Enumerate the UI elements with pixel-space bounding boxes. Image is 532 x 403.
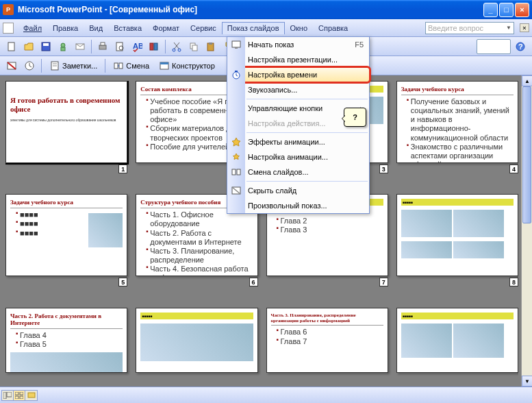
slide-number: 4 xyxy=(509,164,518,173)
window-buttons: _ □ × xyxy=(483,3,529,17)
slide-thumbnail[interactable]: Я готов работать в современном офисе эле… xyxy=(5,81,127,163)
scroll-down-button[interactable]: ▼ xyxy=(522,376,532,387)
slide-number: 5 xyxy=(118,278,127,286)
menu-start-show[interactable]: Начать показ F5 xyxy=(227,37,369,52)
slide-thumbnail[interactable]: ■■■■■ xyxy=(396,308,518,373)
document-icon[interactable] xyxy=(3,23,14,34)
slide-cell[interactable]: ■■■■■ 8 xyxy=(396,194,518,295)
svg-rect-0 xyxy=(8,42,14,51)
email-button[interactable] xyxy=(73,39,88,54)
permission-button[interactable] xyxy=(55,39,71,54)
save-button[interactable] xyxy=(38,39,53,54)
separator xyxy=(91,40,92,53)
vertical-scrollbar[interactable]: ▲ ▼ xyxy=(521,75,532,387)
menu-animation-schemes[interactable]: Эффекты анимации... xyxy=(227,134,369,149)
slide-thumbnail[interactable]: Часть 3. Планирование, распределение орг… xyxy=(266,308,388,373)
menu-rehearse-timings[interactable]: Настройка времени xyxy=(227,67,369,82)
hide-slide-icon xyxy=(231,185,242,196)
slide-cell[interactable]: Задачи учебного курса Получение базовых … xyxy=(396,81,518,182)
menu-edit[interactable]: Правка xyxy=(47,22,84,34)
slide-number: 6 xyxy=(249,278,258,286)
minimize-button[interactable]: _ xyxy=(483,3,498,17)
slide-cell[interactable]: Я готов работать в современном офисе эле… xyxy=(5,81,127,182)
svg-rect-45 xyxy=(28,393,35,398)
separator xyxy=(165,40,166,53)
slide-cell[interactable]: ■■■■■ xyxy=(136,308,257,381)
svg-rect-32 xyxy=(235,47,238,49)
shortcut-label: F5 xyxy=(355,40,364,49)
svg-rect-7 xyxy=(101,42,105,45)
menu-custom-animation[interactable]: Настройка анимации... xyxy=(227,149,369,164)
menu-help[interactable]: Справка xyxy=(313,22,353,34)
ask-placeholder: Введите вопрос xyxy=(428,24,483,32)
zoom-dropdown[interactable] xyxy=(477,39,511,54)
svg-rect-18 xyxy=(209,42,212,45)
svg-rect-42 xyxy=(20,392,23,395)
menu-separator xyxy=(246,132,368,133)
slide-thumbnail[interactable]: Задачи учебного курса ■■■■■■■■■■■■ xyxy=(5,194,127,276)
menu-insert[interactable]: Вставка xyxy=(108,22,147,34)
svg-rect-27 xyxy=(114,63,118,69)
svg-rect-30 xyxy=(160,62,168,64)
menu-tools[interactable]: Сервис xyxy=(185,22,222,34)
slide-cell[interactable]: ■■■■■ xyxy=(396,308,518,381)
maximize-button[interactable]: □ xyxy=(499,3,514,17)
slideshow-view-button[interactable] xyxy=(25,391,37,400)
slide-thumbnail[interactable]: ■■■■■ xyxy=(136,308,257,373)
slide-cell[interactable]: Задачи учебного курса ■■■■■■■■■■■■ 5 xyxy=(5,194,127,295)
menu-window[interactable]: Окно xyxy=(285,22,314,34)
menu-separator xyxy=(246,99,368,99)
help-callout[interactable]: ? xyxy=(344,108,366,127)
print-button[interactable] xyxy=(95,39,110,54)
app-icon: P xyxy=(3,4,14,15)
menu-hide-slide[interactable]: Скрыть слайд xyxy=(227,183,369,198)
research-button[interactable] xyxy=(147,39,162,54)
separator xyxy=(105,59,105,73)
separator xyxy=(41,59,42,73)
spelling-button[interactable]: ABC xyxy=(129,39,144,54)
menu-setup-show[interactable]: Настройка презентации... xyxy=(227,52,369,67)
sorter-view-button[interactable] xyxy=(14,391,25,400)
transition-button[interactable]: Смена xyxy=(110,58,153,73)
ask-question-input[interactable]: Введите вопрос ▼ xyxy=(425,22,514,34)
svg-rect-6 xyxy=(99,45,106,49)
hide-slide-button[interactable] xyxy=(4,58,19,73)
menu-record-narration[interactable]: Звукозапись... xyxy=(227,82,369,97)
svg-rect-11 xyxy=(150,43,153,50)
svg-rect-41 xyxy=(15,392,18,395)
menu-file[interactable]: Файл xyxy=(18,22,47,34)
svg-rect-39 xyxy=(3,392,6,399)
slide-cell[interactable]: Часть 2. Работа с документами в Интернет… xyxy=(5,308,127,381)
open-button[interactable] xyxy=(21,39,36,54)
slide-cell[interactable]: Часть 3. Планирование, распределение орг… xyxy=(266,308,388,381)
normal-view-button[interactable] xyxy=(2,391,14,400)
clock-icon xyxy=(231,69,242,80)
menu-format[interactable]: Формат xyxy=(147,22,185,34)
svg-rect-34 xyxy=(235,71,238,72)
copy-button[interactable] xyxy=(186,39,201,54)
menu-slideshow[interactable]: Показ слайдов xyxy=(222,22,285,34)
doc-close-button[interactable]: × xyxy=(520,23,529,32)
slide-thumbnail[interactable]: Часть 2. Работа с документами в Интернет… xyxy=(5,308,127,373)
design-button[interactable]: Конструктор xyxy=(155,58,218,73)
svg-rect-28 xyxy=(119,63,123,69)
menu-custom-shows[interactable]: Произвольный показ... xyxy=(227,198,369,213)
slide-thumbnail[interactable]: ■■■■■ xyxy=(396,194,518,276)
new-button[interactable] xyxy=(4,39,19,54)
paste-button[interactable] xyxy=(203,39,218,54)
menu-slide-transition[interactable]: Смена слайдов... xyxy=(227,164,369,180)
slide-thumbnail[interactable]: Задачи учебного курса Получение базовых … xyxy=(396,81,518,163)
help-button[interactable]: ? xyxy=(513,39,528,54)
svg-rect-12 xyxy=(154,43,157,50)
window-title: Microsoft PowerPoint - [Современный офис… xyxy=(18,5,483,14)
scroll-thumb[interactable] xyxy=(522,86,531,223)
svg-text:?: ? xyxy=(518,42,523,51)
view-buttons xyxy=(1,390,38,401)
notes-button[interactable]: Заметки... xyxy=(46,58,101,73)
close-button[interactable]: × xyxy=(515,3,529,17)
menu-view[interactable]: Вид xyxy=(84,22,108,34)
cut-button[interactable] xyxy=(169,39,184,54)
preview-button[interactable] xyxy=(112,39,127,54)
rehearse-button[interactable] xyxy=(22,58,37,73)
scroll-up-button[interactable]: ▲ xyxy=(522,75,532,86)
